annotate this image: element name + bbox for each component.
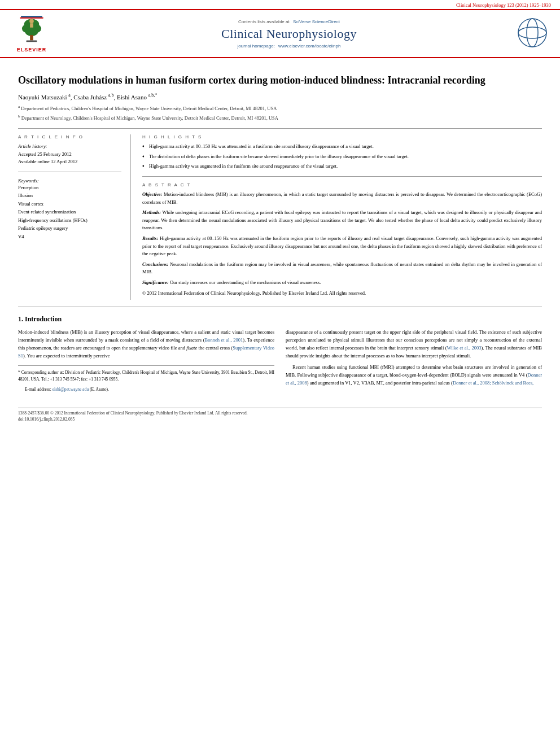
highlight-3: High-gamma activity was augmented in the…	[142, 163, 542, 171]
keyword-perception: Perception	[18, 184, 121, 191]
available-date: Available online 12 April 2012	[18, 158, 121, 166]
divider-intro	[18, 307, 542, 307]
journal-header: ELSEVIER Contents lists available at Sci…	[0, 9, 560, 58]
svg-rect-9	[30, 23, 33, 28]
sciverse-link[interactable]: SciVerse ScienceDirect	[293, 19, 340, 24]
keyword-illusion: Illusion	[18, 191, 121, 199]
history-label: Article history:	[18, 143, 121, 151]
elsevier-right-logo	[517, 18, 551, 50]
intro-para-1: Motion-induced blindness (MIB) is an ill…	[18, 328, 274, 360]
article-info-label: A R T I C L E I N F O	[18, 134, 121, 139]
svg-point-11	[527, 19, 538, 47]
svg-point-10	[518, 19, 546, 47]
article-title: Oscillatory modulations in human fusifor…	[18, 74, 542, 87]
authors: Naoyuki Matsuzaki a, Csaba Juhász a,b, E…	[18, 93, 542, 101]
abstract-content: Objective: Motion-induced blindness (MIB…	[142, 191, 542, 297]
keyword-visual-cortex: Visual cortex	[18, 200, 121, 208]
journal-homepage: journal homepage: www.elsevier.com/locat…	[61, 43, 517, 49]
highlight-1: High-gamma activity at 80–150 Hz was att…	[142, 143, 542, 151]
affiliation-a: Department of Pediatrics, Children's Hos…	[21, 106, 277, 111]
divider-1	[18, 128, 542, 129]
abstract-conclusions: Conclusions: Neuronal modulations in the…	[142, 261, 542, 276]
homepage-label: journal homepage:	[238, 43, 275, 49]
elsevier-tree-icon	[15, 15, 49, 46]
highlights-list: High-gamma activity at 80–150 Hz was att…	[142, 143, 542, 171]
introduction-section: 1. Introduction Motion-induced blindness…	[18, 315, 542, 396]
main-content: Oscillatory modulations in human fusifor…	[0, 58, 560, 430]
svg-point-5	[25, 28, 38, 36]
footnotes: * Corresponding author at: Division of P…	[18, 365, 274, 393]
footnote-corresponding: * Corresponding author at: Division of P…	[18, 369, 274, 383]
abstract-label: A B S T R A C T	[142, 182, 542, 187]
keyword-epilepsy: Pediatric epilepsy surgery	[18, 224, 121, 232]
intro-body: Motion-induced blindness (MIB) is an ill…	[18, 328, 542, 396]
svg-point-12	[518, 27, 546, 38]
journal-reference: Clinical Neurophysiology 123 (2012) 1925…	[0, 0, 560, 9]
abstract-copyright: © 2012 International Federation of Clini…	[142, 290, 542, 298]
page-footer: 1388-2457/$36.00 © 2012 International Fe…	[18, 408, 542, 422]
highlights-abstract-col: H I G H L I G H T S High-gamma activity …	[142, 134, 542, 300]
keyword-event-related: Event-related synchronization	[18, 208, 121, 216]
footer-issn: 1388-2457/$36.00 © 2012 International Fe…	[18, 410, 542, 416]
abstract-significance: Significance: Our study increases our un…	[142, 279, 542, 287]
article-info-col: A R T I C L E I N F O Article history: A…	[18, 134, 131, 300]
affiliations: a Department of Pediatrics, Children's H…	[18, 104, 542, 121]
svg-rect-6	[30, 35, 33, 40]
divider-keywords	[18, 172, 121, 172]
highlight-2: The distribution of delta phases in the …	[142, 153, 542, 161]
intro-para-right-1: disappearance of a continuously present …	[286, 328, 542, 360]
journal-title: Clinical Neurophysiology	[61, 27, 517, 41]
keyword-hfo: High-frequency oscillations (HFOs)	[18, 216, 121, 224]
keyword-v4: V4	[18, 233, 121, 241]
highlights-label: H I G H L I G H T S	[142, 134, 542, 139]
article-history: Article history: Accepted 25 February 20…	[18, 143, 121, 166]
intro-para-right-2: Recent human studies using functional MR…	[286, 363, 542, 387]
abstract-methods: Methods: While undergoing intracranial E…	[142, 209, 542, 232]
svg-rect-0	[21, 16, 42, 18]
svg-rect-1	[20, 18, 43, 19]
divider-abstract	[142, 176, 542, 177]
elsevier-text: ELSEVIER	[17, 47, 47, 53]
affiliation-b: Department of Neurology, Children's Hosp…	[21, 115, 278, 120]
abstract-objective: Objective: Motion-induced blindness (MIB…	[142, 191, 542, 206]
intro-col-left: Motion-induced blindness (MIB) is an ill…	[18, 328, 274, 396]
footnote-email: E-mail address: eishi@pet.wayne.edu (E. …	[18, 386, 274, 393]
intro-col-right: disappearance of a continuously present …	[286, 328, 542, 396]
abstract-section: A B S T R A C T Objective: Motion-induce…	[142, 182, 542, 297]
accepted-date: Accepted 25 February 2012	[18, 151, 121, 159]
article-info-highlights: A R T I C L E I N F O Article history: A…	[18, 134, 542, 300]
sciverse-line: Contents lists available at SciVerse Sci…	[61, 19, 517, 24]
journal-ref-text: Clinical Neurophysiology 123 (2012) 1925…	[456, 2, 551, 8]
abstract-results: Results: High-gamma activity at 80–150 H…	[142, 235, 542, 258]
sciverse-prefix: Contents lists available at	[238, 19, 290, 24]
footer-doi: doi:10.1016/j.clinph.2012.02.085	[18, 417, 542, 422]
keywords-label: Keywords:	[18, 178, 121, 184]
svg-point-8	[29, 19, 34, 24]
elsevier-logo: ELSEVIER	[9, 15, 54, 53]
journal-center: Contents lists available at SciVerse Sci…	[61, 19, 517, 49]
svg-rect-7	[27, 41, 37, 42]
keywords-section: Keywords: Perception Illusion Visual cor…	[18, 178, 121, 241]
homepage-url[interactable]: www.elsevier.com/locate/clinph	[278, 43, 340, 49]
keywords-list: Perception Illusion Visual cortex Event-…	[18, 184, 121, 241]
intro-section-title: 1. Introduction	[18, 315, 542, 324]
elsevier-right-icon	[517, 18, 548, 49]
